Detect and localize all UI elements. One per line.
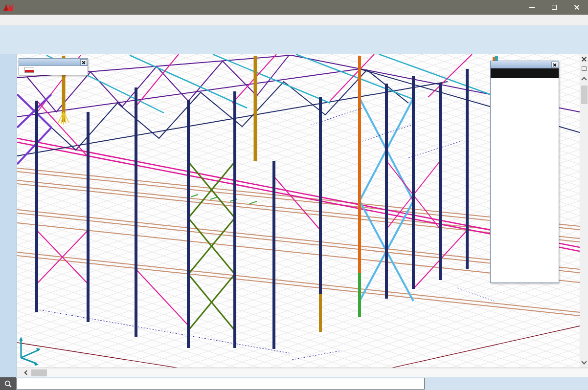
left-toolbar xyxy=(0,54,17,377)
tab-strip xyxy=(129,25,588,39)
profil-panel-titlebar[interactable] xyxy=(491,61,559,68)
child-close-icon[interactable] xyxy=(581,56,587,62)
titlebar xyxy=(0,0,588,15)
scroll-up-icon[interactable] xyxy=(581,77,587,82)
search-icon xyxy=(4,380,12,388)
scroll-down-icon[interactable] xyxy=(581,359,587,364)
profil-panel xyxy=(490,61,559,283)
minimize-button[interactable] xyxy=(520,0,543,15)
child-restore-icon[interactable] xyxy=(582,66,587,71)
profil-list xyxy=(491,78,559,282)
vscroll-thumb[interactable] xyxy=(581,86,588,104)
poland-flag-icon xyxy=(24,67,34,73)
norma-panel-titlebar[interactable] xyxy=(19,59,88,66)
toolbar-file xyxy=(0,25,588,39)
norma-close-icon[interactable] xyxy=(80,59,87,65)
axisvm-window xyxy=(0,0,588,390)
menubar xyxy=(0,15,588,25)
hscroll-thumb[interactable] xyxy=(31,369,47,376)
axisvm-logo-icon xyxy=(3,2,14,12)
norma-panel xyxy=(19,58,88,75)
view-nav-row xyxy=(17,368,588,377)
command-search-button[interactable] xyxy=(0,377,16,390)
command-input[interactable] xyxy=(16,378,425,390)
toolbar-draw xyxy=(0,39,588,54)
hscroll-left-icon[interactable] xyxy=(24,370,29,375)
maximize-button[interactable] xyxy=(543,0,565,15)
statusbar xyxy=(0,377,588,390)
hscroll-track[interactable] xyxy=(47,369,588,377)
close-button[interactable] xyxy=(565,0,588,15)
model-canvas[interactable] xyxy=(17,54,580,368)
profil-panel-header xyxy=(491,68,559,78)
canvas-vscrollbar[interactable] xyxy=(580,54,588,368)
profil-close-icon[interactable] xyxy=(551,62,558,68)
